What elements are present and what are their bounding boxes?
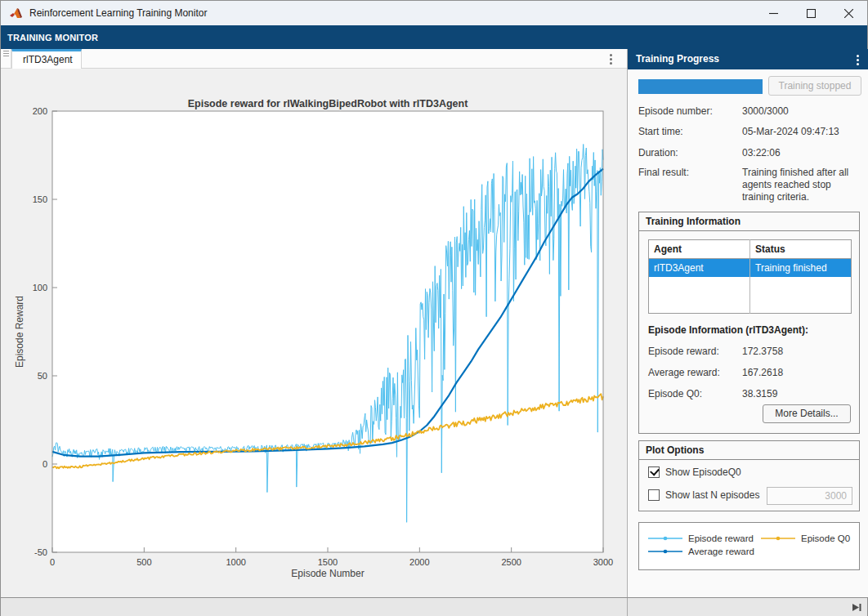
maximize-button[interactable]	[792, 1, 830, 25]
tab-options-kebab-icon[interactable]	[604, 52, 617, 65]
toolstrip-tab-label[interactable]: TRAINING MONITOR	[7, 33, 98, 42]
tab-rltd3agent[interactable]: rlTD3Agent	[11, 49, 82, 69]
app-window: Reinforcement Learning Training Monitor …	[0, 0, 868, 616]
episode-number-value: 3000/3000	[742, 105, 861, 117]
svg-text:0: 0	[50, 557, 55, 567]
matlab-logo-icon	[9, 7, 23, 20]
legend-entry-episode-reward: Episode reward	[647, 533, 754, 543]
duration-label: Duration:	[638, 147, 745, 158]
agent-column-header: Agent	[649, 240, 750, 259]
legend-entry-average-reward: Average reward	[647, 547, 754, 556]
training-stopped-button: Training stopped	[768, 76, 861, 96]
start-time-value: 05-Mar-2024 09:47:13	[742, 126, 861, 137]
final-result-label: Final result:	[638, 167, 745, 178]
chart-legend: Episode reward Episode Q0 Average reward	[638, 522, 860, 570]
document-tab-strip: rlTD3Agent	[1, 49, 627, 69]
close-button[interactable]	[830, 1, 867, 25]
panel-title: Training Progress	[636, 53, 719, 65]
training-information-group: Training Information Agent Status rlTD3A…	[638, 212, 860, 434]
table-row-rltd3agent[interactable]: rlTD3Agent Training finished	[649, 258, 852, 277]
episode-q0-line-sample	[759, 533, 797, 543]
episode-reward-label: Episode reward:	[648, 346, 742, 357]
status-bar	[1, 597, 867, 616]
svg-text:0: 0	[43, 459, 47, 469]
training-progress-bar	[638, 79, 763, 94]
more-details-button[interactable]: More Details...	[763, 404, 851, 423]
svg-text:200: 200	[33, 106, 47, 116]
episode-q0-value: 38.3159	[742, 388, 840, 400]
svg-text:150: 150	[33, 194, 47, 204]
show-last-n-episodes-label: Show last N episodes	[665, 489, 759, 501]
average-reward-value: 167.2618	[742, 367, 840, 378]
svg-text:2000: 2000	[409, 557, 429, 567]
svg-text:1500: 1500	[318, 557, 338, 567]
status-bar-divider	[627, 598, 628, 616]
training-information-title: Training Information	[639, 212, 859, 231]
y-axis-label: Episode Reward	[14, 296, 25, 368]
tab-grip-handle[interactable]	[1, 49, 11, 69]
minimize-button[interactable]	[754, 1, 792, 25]
training-plot-figure: Episode reward for rlWalkingBipedRobot w…	[1, 69, 627, 597]
svg-text:1000: 1000	[226, 557, 245, 567]
svg-text:500: 500	[136, 557, 151, 567]
panel-header: Training Progress	[628, 49, 868, 69]
toolstrip: TRAINING MONITOR	[1, 25, 867, 49]
episode-reward-chart: Episode reward for rlWalkingBipedRobot w…	[1, 69, 627, 597]
chart-title: Episode reward for rlWalkingBipedRobot w…	[188, 98, 468, 109]
show-last-n-episodes-checkbox[interactable]	[648, 489, 660, 501]
show-episodeq0-label: Show EpisodeQ0	[665, 466, 741, 478]
start-time-label: Start time:	[638, 126, 745, 137]
svg-text:100: 100	[33, 283, 47, 292]
average-reward-line-sample	[647, 547, 684, 556]
svg-text:3000: 3000	[593, 557, 613, 567]
final-result-value: Training finished after all agents reach…	[742, 167, 861, 203]
status-column-header: Status	[750, 240, 852, 259]
svg-text:50: 50	[38, 371, 47, 381]
panel-options-kebab-icon[interactable]	[851, 53, 864, 66]
window-title: Reinforcement Learning Training Monitor	[29, 7, 207, 19]
episode-information-title: Episode Information (rlTD3Agent):	[648, 324, 808, 336]
average-reward-label: Average reward:	[648, 367, 742, 378]
duration-value: 03:22:06	[742, 147, 861, 158]
episode-number-label: Episode number:	[638, 105, 745, 117]
n-episodes-input[interactable]	[767, 487, 852, 505]
episode-reward-line-sample	[647, 533, 684, 543]
svg-text:-50: -50	[34, 547, 47, 557]
plot-options-title: Plot Options	[639, 441, 859, 460]
svg-text:2500: 2500	[501, 557, 521, 567]
plot-options-group: Plot Options Show EpisodeQ0 Show last N …	[638, 440, 860, 511]
training-progress-panel: Training Progress Training stopped Episo…	[627, 49, 868, 597]
plot-area	[52, 111, 603, 552]
legend-entry-episode-q0: Episode Q0	[759, 533, 850, 543]
episode-reward-value: 172.3758	[742, 346, 840, 357]
episode-q0-label: Episode Q0:	[648, 388, 742, 400]
title-bar: Reinforcement Learning Training Monitor	[1, 1, 867, 25]
agent-status-table: Agent Status rlTD3Agent Training finishe…	[648, 239, 852, 314]
show-episodeq0-checkbox[interactable]	[648, 466, 660, 478]
x-axis-label: Episode Number	[291, 568, 364, 579]
skip-to-end-icon[interactable]	[852, 602, 862, 613]
